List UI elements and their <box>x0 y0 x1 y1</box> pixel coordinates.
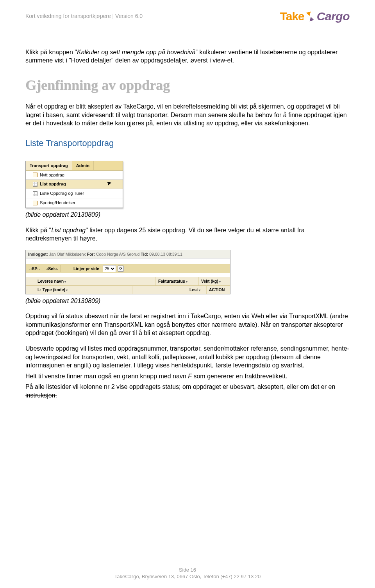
menu-item-sporing[interactable]: Sporing/Hendelser <box>26 198 123 208</box>
for-value: Coop Norge A/S Grorud <box>96 252 139 257</box>
col-leveres-navn[interactable]: Leveres navn <box>35 277 156 285</box>
col-spacer <box>26 277 35 285</box>
intro-text-a: Klikk på knappen " <box>25 49 77 55</box>
table-header-row-1: Leveres navn Fakturastatus Vekt (kg) <box>26 277 230 286</box>
intro-para: Klikk på knappen "Kalkuler og sett mengd… <box>25 48 350 65</box>
grid-icon <box>33 182 38 187</box>
innlogget-user: Jan Olaf Mikkelsenx <box>49 252 86 257</box>
page-content: Klikk på knappen "Kalkuler og sett mengd… <box>0 25 375 400</box>
page-footer: Side 16 TakeCargo, Brynsveien 13, 0667 O… <box>0 567 375 580</box>
col-fakturastatus[interactable]: Fakturastatus <box>156 277 199 285</box>
gjenfinning-para: Når et oppdrag er blitt akseptert av Tak… <box>25 102 350 128</box>
venstre-c: som genererer en fraktbrevetikett. <box>192 373 288 380</box>
menu-item-label: Nytt oppdrag <box>40 172 64 178</box>
caption-1: (bilde oppdatert 20130809) <box>25 210 350 219</box>
login-info-bar: Innlogget: Jan Olaf Mikkelsenx For: Coop… <box>26 250 230 258</box>
tab-admin[interactable]: Admin <box>72 161 94 170</box>
innlogget-label: Innlogget: <box>28 252 48 257</box>
menu-item-label: List oppdrag <box>40 181 66 187</box>
menu-item-liste-oppdrag-turer[interactable]: Liste Oppdrag og Turer <box>26 189 123 198</box>
footer-contact: TakeCargo, Brynsveien 13, 0667 Oslo, Tel… <box>0 574 375 580</box>
table-header-row-2: L: Type (kode) Lest ACTION <box>26 286 230 294</box>
tab-transport-oppdrag[interactable]: Transport oppdrag <box>26 161 72 170</box>
document-icon <box>33 201 38 205</box>
doc-title: Kort veiledning for transportkjøpere | V… <box>25 9 143 20</box>
cursor-icon: ➤ <box>106 179 112 187</box>
col-vekt[interactable]: Vekt (kg) <box>199 277 230 285</box>
caption-2: (bilde oppdatert 20130809) <box>25 297 350 305</box>
page-header: Kort veiledning for transportkjøpere | V… <box>0 0 375 25</box>
list-para-a: Klikk på " <box>25 227 51 233</box>
filter-sok[interactable]: .:Søk:. <box>44 265 61 272</box>
venstre-para: Helt til venstre finner man også en grøn… <box>25 372 350 381</box>
venstre-b: F <box>188 373 192 380</box>
tid-value: 09.08.13 08:39:11 <box>149 252 182 257</box>
logo-cargo: Cargo <box>317 9 350 25</box>
list-oppdrag-para: Klikk på "List oppdrag" lister opp dagen… <box>25 226 350 243</box>
menu-item-label: Sporing/Hendelser <box>40 200 75 206</box>
for-label: For: <box>87 252 95 257</box>
grid-icon <box>33 191 38 196</box>
filter-sp[interactable]: .:SP:. <box>27 265 42 272</box>
menu-item-nytt-oppdrag[interactable]: Nytt oppdrag <box>26 171 123 180</box>
footer-page: Side 16 <box>0 567 375 574</box>
list-para-quote: List oppdrag <box>51 227 86 233</box>
ubesvarte-para: Ubesvarte oppdrag vil listes med oppdrag… <box>25 344 350 370</box>
venstre-a: Helt til venstre finner man også en grøn… <box>25 373 188 380</box>
menu-item-label: Liste Oppdrag og Turer <box>40 191 84 196</box>
document-icon <box>33 173 38 177</box>
heading-liste: Liste Transportoppdrag <box>25 137 350 149</box>
col-action: ACTION <box>207 286 230 294</box>
logo-glyph-icon <box>305 11 315 21</box>
menu-item-list-oppdrag[interactable]: List oppdrag ➤ <box>26 180 123 189</box>
intro-quote: Kalkuler og sett mengde opp på hovednivå <box>77 49 195 55</box>
status-para: Oppdrag vil få status ubesvart når de fø… <box>25 312 350 337</box>
tid-label: Tid: <box>141 252 148 257</box>
linjer-select[interactable]: 25 <box>103 265 116 272</box>
menu-list: Nytt oppdrag List oppdrag ➤ Liste Oppdra… <box>26 171 123 208</box>
col-l-type[interactable]: L: Type (kode) <box>35 286 132 294</box>
filter-bar: .:SP:. .:Søk:. Linjer pr side 25 ⟳ <box>26 264 230 273</box>
col-lest[interactable]: Lest <box>187 286 207 294</box>
strikethrough-para: På alle listesider vil kolonne nr 2 vise… <box>25 383 350 399</box>
refresh-button[interactable]: ⟳ <box>118 265 124 272</box>
menu-screenshot: Transport oppdrag Admin Nytt oppdrag Lis… <box>25 161 123 208</box>
logo-take: Take <box>280 9 304 25</box>
toolbar-screenshot: Innlogget: Jan Olaf Mikkelsenx For: Coop… <box>25 250 230 294</box>
logo: Take Cargo <box>280 9 350 25</box>
heading-gjenfinning: Gjenfinning av oppdrag <box>25 76 350 95</box>
col-spacer <box>26 286 35 294</box>
menu-tab-bar: Transport oppdrag Admin <box>26 161 123 171</box>
linjer-label: Linjer pr side <box>71 265 101 272</box>
refresh-icon: ⟳ <box>119 266 122 271</box>
